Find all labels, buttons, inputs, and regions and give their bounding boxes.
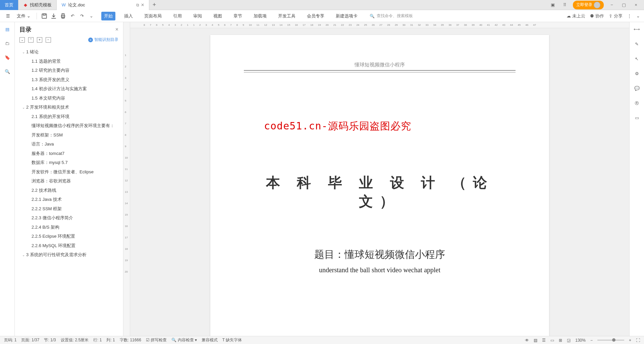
zoom-in-button[interactable]: +	[629, 338, 631, 343]
ribbon-tab-section[interactable]: 章节	[231, 12, 245, 20]
fullscreen-icon[interactable]: ⛶	[636, 338, 640, 343]
outline-item[interactable]: 懂球短视频微信小程序的开发环境主要有：	[19, 121, 123, 130]
outline-item[interactable]: ⌄3 系统的可行性研究及需求分析	[19, 250, 123, 260]
document-scroll[interactable]: 懂球短视频微信小程序 code51.cn-源码乐园盗图必究 本 科 毕 业 设 …	[130, 28, 629, 336]
outline-close-icon[interactable]: ×	[115, 26, 118, 33]
view-read-icon[interactable]: ▭	[550, 338, 554, 343]
ribbon-tab-review[interactable]: 审阅	[191, 12, 205, 20]
share-button[interactable]: ⇪分享	[609, 13, 623, 19]
read-rail-icon[interactable]: ▭	[633, 114, 641, 121]
outline-item[interactable]: 服务器：tomcat7	[19, 149, 123, 158]
format-painter-icon[interactable]: ⌄	[88, 13, 95, 19]
zoom-label[interactable]: 130%	[575, 338, 586, 343]
ribbon-tab-insert[interactable]: 插入	[121, 12, 136, 20]
outline-item[interactable]: 2.2.5 Eclipse 环境配置	[19, 232, 123, 241]
clipboard-rail-icon[interactable]: 🗀	[4, 40, 11, 47]
ribbon-tab-reference[interactable]: 引用	[170, 12, 184, 20]
login-button[interactable]: 立即登录	[573, 1, 604, 9]
outline-minus-icon[interactable]: −	[46, 37, 51, 43]
settings-rail-icon[interactable]: ⚙	[633, 70, 641, 77]
outline-item[interactable]: 开发框架：SSM	[19, 130, 123, 140]
export-icon[interactable]	[50, 13, 57, 19]
undo-icon[interactable]: ↶	[69, 13, 76, 19]
status-page-no[interactable]: 页码: 1	[4, 337, 16, 343]
outline-item[interactable]: 浏览器：谷歌浏览器	[19, 176, 123, 186]
status-content-check[interactable]: 🔍 内容检查 ▾	[171, 337, 197, 343]
outline-item[interactable]: 2.2.6 MySQL 环境配置	[19, 241, 123, 250]
view-outline-icon[interactable]: ☰	[542, 338, 546, 343]
tab-templates[interactable]: ◆ 找稻壳模板	[18, 0, 57, 10]
cursor-rail-icon[interactable]: ↖	[633, 55, 641, 62]
outline-item[interactable]: 2.2.3 微信小程序简介	[19, 213, 123, 223]
outline-plus-icon[interactable]: +	[37, 37, 42, 43]
cloud-rail-icon[interactable]: ⦿	[633, 99, 641, 107]
outline-tree[interactable]: ⌄1 绪论1.1 选题的背景1.2 研究的主要内容1.3 系统开发的意义1.4 …	[15, 45, 123, 336]
zoom-thumb[interactable]	[612, 338, 615, 342]
tab-document[interactable]: W 论文.doc ⧉ ×	[57, 0, 149, 10]
ribbon-tab-new[interactable]: 新建选项卡	[333, 12, 360, 20]
outline-item[interactable]: 1.2 研究的主要内容	[19, 66, 123, 75]
outline-item[interactable]: ⌄1 绪论	[19, 47, 123, 57]
status-row[interactable]: 行: 1	[93, 337, 102, 343]
cloud-status[interactable]: ☁未上云	[567, 13, 585, 19]
tab-close-icon[interactable]: ×	[141, 2, 144, 8]
collapse-ribbon-icon[interactable]: ⌄	[636, 13, 640, 18]
save-icon[interactable]	[41, 13, 48, 19]
tab-home[interactable]: 首页	[0, 0, 18, 10]
command-search[interactable]: 🔍 查找命令、搜索模板	[370, 13, 413, 19]
outline-item[interactable]: 2.2 技术路线	[19, 186, 123, 195]
zoom-out-button[interactable]: −	[590, 338, 593, 343]
status-page-count[interactable]: 页面: 1/37	[21, 337, 39, 343]
maximize-icon[interactable]: ▢	[620, 1, 628, 9]
outline-item[interactable]: 1.1 选题的背景	[19, 57, 123, 66]
ribbon-tab-addons[interactable]: 加载项	[251, 12, 269, 20]
redo-icon[interactable]: ↷	[78, 13, 85, 19]
ribbon-tab-vip[interactable]: 会员专享	[304, 12, 327, 20]
hamburger-menu[interactable]: ☰	[4, 13, 12, 19]
app-grid-icon[interactable]: ⠿	[561, 1, 569, 9]
outline-item[interactable]: 2.2.4 B/S 架构	[19, 223, 123, 232]
layout-toggle-icon[interactable]: ▣	[549, 1, 557, 9]
ribbon-tab-devtools[interactable]: 开发工具	[275, 12, 298, 20]
status-section[interactable]: 节: 1/3	[44, 337, 56, 343]
outline-item[interactable]: 2.1 系统的开发环境	[19, 112, 123, 121]
smart-toc-button[interactable]: ≡ 智能识别目录	[88, 37, 118, 43]
collab-button[interactable]: ⚉协作	[590, 13, 604, 19]
outline-expand-icon[interactable]: ⌃	[28, 37, 34, 43]
outline-collapse-icon[interactable]: ⌄	[19, 37, 25, 43]
eye-icon[interactable]: 👁	[525, 338, 529, 343]
outline-rail-icon[interactable]: ▤	[4, 25, 11, 33]
outline-item[interactable]: 开发软件：微信开发者、Eclipse	[19, 167, 123, 177]
status-compat[interactable]: 兼容模式	[202, 337, 218, 343]
view-web-icon[interactable]: ⊞	[559, 338, 562, 343]
pencil-rail-icon[interactable]: ✎	[633, 40, 641, 48]
search-rail-icon[interactable]: 🔍	[4, 68, 11, 75]
outline-item[interactable]: 数据库：mysql 5.7	[19, 158, 123, 167]
view-page-icon[interactable]: ▤	[534, 338, 537, 343]
close-window-icon[interactable]: ×	[632, 1, 640, 9]
outline-item[interactable]: ⌄2 开发环境和相关技术	[19, 103, 123, 112]
status-words[interactable]: 字数: 11666	[120, 337, 141, 343]
status-spell[interactable]: ☑ 拼写检查	[146, 337, 167, 343]
outline-item[interactable]: 1.3 系统开发的意义	[19, 75, 123, 84]
tab-detach-icon[interactable]: ⧉	[136, 3, 139, 7]
ribbon-tab-view[interactable]: 视图	[211, 12, 225, 20]
zoom-slider[interactable]	[597, 340, 624, 341]
outline-item[interactable]: 语言：Java	[19, 139, 123, 149]
file-menu[interactable]: 文件 ⌄	[15, 12, 33, 20]
status-col[interactable]: 列: 1	[106, 337, 115, 343]
expand-rail-icon[interactable]: ⟷	[633, 25, 641, 33]
status-missing-font[interactable]: T 缺失字体	[222, 337, 242, 343]
minimize-icon[interactable]: −	[608, 1, 616, 9]
ribbon-tab-layout[interactable]: 页面布局	[142, 12, 164, 20]
outline-item[interactable]: 2.2.2 SSM 框架	[19, 204, 123, 214]
print-icon[interactable]	[60, 13, 66, 19]
outline-item[interactable]: 1.4 初步设计方法与实施方案	[19, 84, 123, 94]
ribbon-tab-start[interactable]: 开始	[101, 12, 115, 20]
outline-item[interactable]: 2.2.1 Java 技术	[19, 195, 123, 204]
outline-item[interactable]: 1.5 本文研究内容	[19, 94, 123, 103]
bookmark-rail-icon[interactable]: 🔖	[4, 54, 11, 61]
fit-icon[interactable]: ◲	[567, 338, 571, 343]
chat-rail-icon[interactable]: 💬	[633, 84, 641, 92]
status-setting[interactable]: 设置值: 2.5厘米	[61, 337, 89, 343]
